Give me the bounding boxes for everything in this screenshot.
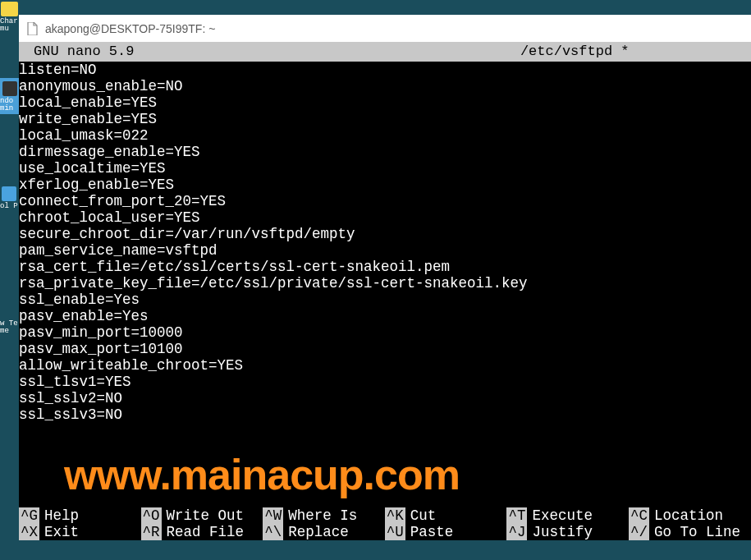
shortcut-label: Location (649, 507, 723, 524)
shortcut-key: ^C (629, 507, 649, 524)
shortcut-label: Read File (162, 524, 245, 540)
shortcut-key: ^U (385, 524, 405, 540)
config-line[interactable]: pasv_min_port=10000 (19, 324, 751, 341)
shortcut-label: Replace (283, 524, 349, 540)
desktop-icon-2[interactable]: ndo min (0, 78, 19, 114)
document-icon (25, 22, 39, 35)
config-line[interactable]: connect_from_port_20=YES (19, 193, 751, 209)
config-line[interactable]: ssl_tlsv1=YES (19, 374, 751, 390)
shortcut-label: Justify (527, 524, 593, 540)
window-title: akapong@DESKTOP-75I99TF: ~ (45, 22, 215, 35)
config-line[interactable]: local_umask=022 (19, 127, 751, 144)
shortcut-label: Where Is (283, 507, 357, 524)
config-line[interactable]: write_enable=YES (19, 111, 751, 127)
shortcut-label: Exit (39, 524, 79, 540)
config-line[interactable]: rsa_private_key_file=/etc/ssl/private/ss… (19, 275, 751, 291)
shortcut-item[interactable]: ^WWhere Is (263, 507, 385, 524)
config-line[interactable]: dirmessage_enable=YES (19, 144, 751, 160)
desktop-icon-4[interactable]: w Te me (0, 320, 19, 335)
shortcut-item[interactable]: ^/Go To Line (629, 524, 751, 540)
shortcut-label: Cut (405, 507, 437, 524)
config-line[interactable]: allow_writeable_chroot=YES (19, 357, 751, 374)
nano-header: GNU nano 5.9 /etc/vsftpd * (19, 42, 751, 62)
config-line[interactable]: pasv_enable=Yes (19, 308, 751, 324)
shortcut-key: ^J (506, 524, 527, 540)
shortcut-item[interactable]: ^TExecute (506, 507, 629, 524)
shortcut-label: Execute (527, 507, 593, 524)
shortcut-label: Go To Line (649, 524, 740, 540)
terminal-window: akapong@DESKTOP-75I99TF: ~ GNU nano 5.9 … (19, 15, 751, 540)
shortcut-key: ^R (141, 524, 162, 540)
nano-footer: ^GHelp^OWrite Out^WWhere Is^KCut^TExecut… (19, 507, 751, 540)
shortcut-item[interactable]: ^OWrite Out (141, 507, 263, 524)
shortcut-item[interactable]: ^CLocation (629, 507, 751, 524)
config-line[interactable]: chroot_local_user=YES (19, 209, 751, 226)
shortcut-key: ^W (263, 507, 283, 524)
shortcut-key: ^/ (629, 524, 649, 540)
shortcut-key: ^T (506, 507, 527, 524)
shortcut-row-2: ^XExit^RRead File^\Replace^UPaste^JJusti… (19, 524, 751, 540)
shortcut-item[interactable]: ^UPaste (385, 524, 507, 540)
shortcut-key: ^K (385, 507, 405, 524)
desktop-icon-1[interactable]: Char mu (0, 0, 19, 33)
config-line[interactable]: pasv_max_port=10100 (19, 341, 751, 357)
config-line[interactable]: local_enable=YES (19, 94, 751, 111)
config-line[interactable]: use_localtime=YES (19, 160, 751, 177)
desktop-icon-3[interactable]: ol P (0, 185, 18, 210)
shortcut-item[interactable]: ^GHelp (19, 507, 141, 524)
config-line[interactable]: rsa_cert_file=/etc/ssl/certs/ssl-cert-sn… (19, 259, 751, 275)
config-line[interactable]: pam_service_name=vsftpd (19, 242, 751, 259)
shortcut-item[interactable]: ^JJustify (506, 524, 629, 540)
config-line[interactable]: listen=NO (19, 62, 751, 78)
config-line[interactable]: xferlog_enable=YES (19, 177, 751, 193)
shortcut-row-1: ^GHelp^OWrite Out^WWhere Is^KCut^TExecut… (19, 507, 751, 524)
shortcut-item[interactable]: ^XExit (19, 524, 141, 540)
shortcut-label: Paste (405, 524, 454, 540)
shortcut-key: ^X (19, 524, 39, 540)
editor-content[interactable]: listen=NOanonymous_enable=NOlocal_enable… (19, 62, 751, 423)
desktop-background: Char mu ndo min ol P w Te me (0, 0, 19, 560)
config-line[interactable]: anonymous_enable=NO (19, 78, 751, 94)
nano-app-title: GNU nano 5.9 (25, 42, 134, 62)
shortcut-label: Help (39, 507, 79, 524)
shortcut-item[interactable]: ^KCut (385, 507, 507, 524)
watermark-text: www.mainacup.com (64, 450, 460, 499)
config-line[interactable]: secure_chroot_dir=/var/run/vsftpd/empty (19, 226, 751, 242)
shortcut-label: Write Out (162, 507, 245, 524)
config-line[interactable]: ssl_sslv3=NO (19, 406, 751, 423)
window-title-bar[interactable]: akapong@DESKTOP-75I99TF: ~ (19, 15, 751, 42)
config-line[interactable]: ssl_sslv2=NO (19, 390, 751, 406)
shortcut-key: ^G (19, 507, 39, 524)
shortcut-item[interactable]: ^\Replace (263, 524, 385, 540)
nano-filename: /etc/vsftpd * (134, 42, 744, 62)
shortcut-item[interactable]: ^RRead File (141, 524, 263, 540)
shortcut-key: ^O (141, 507, 162, 524)
config-line[interactable]: ssl_enable=Yes (19, 291, 751, 308)
shortcut-key: ^\ (263, 524, 283, 540)
